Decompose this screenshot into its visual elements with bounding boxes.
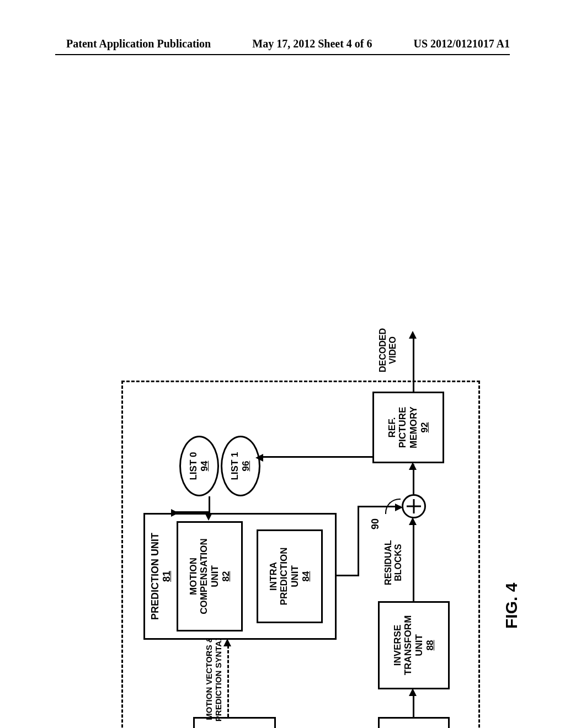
inv-trans-label: INVERSE TRANSFORM UNIT — [392, 615, 425, 676]
summer-num-label: 90 — [370, 518, 381, 529]
prediction-unit-label: PREDICTION UNIT — [150, 533, 161, 620]
arrow-iq-to-it — [413, 695, 414, 717]
inverse-quantization-unit: INVERSE QUANTIZATION UNIT 86 — [378, 717, 450, 728]
list0-num: 94 — [199, 461, 210, 472]
arrow-output — [413, 336, 414, 392]
motion-vectors-label: MOTION VECTORS & PREDICTION SYNTAX — [204, 634, 223, 722]
arrowhead-refmem-up — [255, 454, 263, 462]
list1-oval: LIST 1 96 — [221, 436, 260, 496]
arrowhead-lists-into-mc — [171, 509, 179, 517]
diagram-rotation-wrap: VIDEO DECODER 30 ENCODED VIDEO BITSTREAM… — [315, 331, 524, 607]
residual-blocks-label: RESIDUAL BLOCKS — [383, 532, 404, 593]
header-rule — [55, 54, 510, 55]
prediction-unit-num: 81 — [161, 571, 173, 582]
arrow-pred-down2 — [358, 506, 401, 507]
inv-trans-num: 88 — [425, 640, 436, 651]
decoded-video-text: DECODED VIDEO — [378, 328, 397, 372]
ref-mem-label: REF. PICTURE MEMORY — [387, 406, 419, 448]
list1-label: LIST 1 — [230, 452, 241, 480]
arrow-refmem-to-lists — [262, 456, 372, 458]
diagram-stage: VIDEO DECODER 30 ENCODED VIDEO BITSTREAM… — [105, 331, 524, 728]
arrowhead-pred-into-summer — [395, 504, 403, 511]
list1-num: 96 — [241, 461, 252, 472]
list0-oval: LIST 0 94 — [179, 436, 219, 496]
arrowhead-output — [409, 331, 417, 339]
figure-label-text: FIG. 4 — [502, 583, 520, 629]
header-left: Patent Application Publication — [66, 38, 211, 50]
arrowhead-prediction — [223, 639, 231, 646]
header-right: US 2012/0121017 A1 — [414, 38, 510, 50]
arrowhead-into-mc — [205, 513, 212, 521]
page-header: Patent Application Publication May 17, 2… — [0, 38, 565, 50]
arrow-entropy-to-prediction — [227, 645, 229, 717]
arrow-pred-h — [358, 506, 359, 576]
decoded-video-label: DECODED VIDEO — [378, 325, 398, 375]
arrow-it-to-summer — [413, 524, 414, 601]
ref-picture-memory: REF. PICTURE MEMORY 92 — [372, 392, 444, 463]
figure-label: FIG. 4 — [502, 583, 521, 629]
ref-mem-num: 92 — [419, 422, 430, 433]
motion-vectors-text: MOTION VECTORS & PREDICTION SYNTAX — [204, 635, 223, 721]
arrowhead-it-to-summer — [409, 517, 417, 525]
intra-prediction-unit: INTRA PREDICTION UNIT 84 — [257, 529, 323, 623]
list0-label: LIST 0 — [188, 452, 199, 480]
arrow-lists-hline — [209, 496, 210, 513]
residual-text: RESIDUAL BLOCKS — [383, 540, 403, 585]
intra-num: 84 — [301, 571, 312, 582]
arrow-pred-down1 — [337, 575, 359, 576]
motion-compensation-unit: MOTION COMPENSATION UNIT 82 — [177, 521, 243, 631]
motion-comp-num: 82 — [221, 571, 232, 582]
header-center: May 17, 2012 Sheet 4 of 6 — [252, 38, 372, 50]
summer-num: 90 — [370, 518, 381, 529]
motion-comp-label: MOTION COMPENSATION UNIT — [188, 538, 221, 614]
arrowhead-iq-to-it — [409, 688, 417, 696]
summer-node — [402, 494, 426, 518]
arrowhead-summer-to-refmem — [409, 462, 417, 470]
intra-label: INTRA PREDICTION UNIT — [268, 548, 301, 606]
inverse-transform-unit: INVERSE TRANSFORM UNIT 88 — [378, 601, 450, 689]
